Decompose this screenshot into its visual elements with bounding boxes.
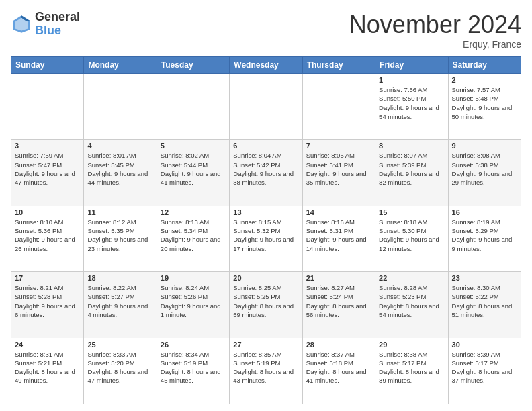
logo: General Blue (11, 11, 80, 38)
day-info: Sunrise: 8:16 AM Sunset: 5:31 PM Dayligh… (306, 218, 371, 253)
day-cell: 14Sunrise: 8:16 AM Sunset: 5:31 PM Dayli… (302, 205, 375, 271)
day-cell: 13Sunrise: 8:15 AM Sunset: 5:32 PM Dayli… (230, 205, 302, 271)
day-info: Sunrise: 8:28 AM Sunset: 5:23 PM Dayligh… (379, 283, 444, 319)
day-number: 12 (161, 208, 226, 216)
col-saturday: Saturday (448, 57, 521, 74)
day-cell: 25Sunrise: 8:33 AM Sunset: 5:20 PM Dayli… (84, 338, 157, 404)
day-number: 23 (452, 274, 517, 282)
day-cell (84, 74, 157, 140)
day-info: Sunrise: 8:22 AM Sunset: 5:27 PM Dayligh… (87, 283, 152, 319)
day-info: Sunrise: 8:25 AM Sunset: 5:25 PM Dayligh… (233, 283, 298, 319)
day-cell: 19Sunrise: 8:24 AM Sunset: 5:26 PM Dayli… (157, 272, 229, 338)
week-row-3: 17Sunrise: 8:21 AM Sunset: 5:28 PM Dayli… (11, 272, 521, 338)
day-cell: 2Sunrise: 7:57 AM Sunset: 5:48 PM Daylig… (448, 74, 521, 140)
day-cell: 15Sunrise: 8:18 AM Sunset: 5:30 PM Dayli… (375, 205, 448, 271)
day-info: Sunrise: 8:18 AM Sunset: 5:30 PM Dayligh… (379, 218, 444, 253)
day-number: 18 (87, 274, 152, 282)
calendar-header: Sunday Monday Tuesday Wednesday Thursday… (11, 57, 521, 74)
calendar-table: Sunday Monday Tuesday Wednesday Thursday… (11, 56, 521, 404)
day-number: 10 (15, 208, 80, 216)
col-sunday: Sunday (11, 57, 84, 74)
day-cell: 9Sunrise: 8:08 AM Sunset: 5:38 PM Daylig… (448, 140, 521, 205)
day-info: Sunrise: 8:21 AM Sunset: 5:28 PM Dayligh… (15, 283, 80, 319)
day-cell: 17Sunrise: 8:21 AM Sunset: 5:28 PM Dayli… (11, 272, 84, 338)
week-row-0: 1Sunrise: 7:56 AM Sunset: 5:50 PM Daylig… (11, 74, 521, 140)
day-number: 20 (233, 274, 298, 282)
day-number: 4 (87, 142, 152, 150)
day-number: 19 (161, 274, 226, 282)
day-cell: 29Sunrise: 8:38 AM Sunset: 5:17 PM Dayli… (375, 338, 448, 404)
day-number: 21 (306, 274, 371, 282)
day-cell: 22Sunrise: 8:28 AM Sunset: 5:23 PM Dayli… (375, 272, 448, 338)
day-cell: 26Sunrise: 8:34 AM Sunset: 5:19 PM Dayli… (157, 338, 229, 404)
day-info: Sunrise: 8:04 AM Sunset: 5:42 PM Dayligh… (233, 151, 298, 187)
day-cell (230, 74, 302, 140)
day-number: 25 (87, 340, 152, 349)
day-info: Sunrise: 8:10 AM Sunset: 5:36 PM Dayligh… (15, 218, 80, 253)
day-info: Sunrise: 7:59 AM Sunset: 5:47 PM Dayligh… (15, 151, 80, 187)
col-tuesday: Tuesday (157, 57, 229, 74)
day-info: Sunrise: 8:24 AM Sunset: 5:26 PM Dayligh… (161, 283, 226, 319)
day-number: 14 (306, 208, 371, 216)
day-info: Sunrise: 8:13 AM Sunset: 5:34 PM Dayligh… (161, 218, 226, 253)
day-info: Sunrise: 8:02 AM Sunset: 5:44 PM Dayligh… (161, 151, 226, 187)
day-number: 16 (452, 208, 517, 216)
day-info: Sunrise: 8:15 AM Sunset: 5:32 PM Dayligh… (233, 218, 298, 253)
day-cell: 16Sunrise: 8:19 AM Sunset: 5:29 PM Dayli… (448, 205, 521, 271)
page: General Blue November 2024 Erquy, France… (0, 0, 532, 411)
day-info: Sunrise: 8:34 AM Sunset: 5:19 PM Dayligh… (161, 350, 226, 385)
day-info: Sunrise: 8:27 AM Sunset: 5:24 PM Dayligh… (306, 283, 371, 319)
day-cell: 21Sunrise: 8:27 AM Sunset: 5:24 PM Dayli… (302, 272, 375, 338)
day-cell: 8Sunrise: 8:07 AM Sunset: 5:39 PM Daylig… (375, 140, 448, 205)
day-info: Sunrise: 8:12 AM Sunset: 5:35 PM Dayligh… (87, 218, 152, 253)
day-info: Sunrise: 8:35 AM Sunset: 5:19 PM Dayligh… (233, 350, 298, 385)
day-info: Sunrise: 8:30 AM Sunset: 5:22 PM Dayligh… (452, 283, 517, 319)
day-cell (11, 74, 84, 140)
day-number: 17 (15, 274, 80, 282)
day-info: Sunrise: 8:19 AM Sunset: 5:29 PM Dayligh… (452, 218, 517, 253)
col-wednesday: Wednesday (230, 57, 302, 74)
title-section: November 2024 Erquy, France (349, 11, 521, 50)
day-cell: 20Sunrise: 8:25 AM Sunset: 5:25 PM Dayli… (230, 272, 302, 338)
day-cell: 30Sunrise: 8:39 AM Sunset: 5:17 PM Dayli… (448, 338, 521, 404)
logo-blue-text: Blue (35, 24, 80, 38)
day-info: Sunrise: 8:39 AM Sunset: 5:17 PM Dayligh… (452, 350, 517, 385)
day-info: Sunrise: 7:56 AM Sunset: 5:50 PM Dayligh… (379, 85, 444, 121)
day-cell: 7Sunrise: 8:05 AM Sunset: 5:41 PM Daylig… (302, 140, 375, 205)
day-number: 11 (87, 208, 152, 216)
day-info: Sunrise: 8:33 AM Sunset: 5:20 PM Dayligh… (87, 350, 152, 385)
day-number: 5 (161, 142, 226, 150)
col-monday: Monday (84, 57, 157, 74)
day-cell (302, 74, 375, 140)
day-cell (157, 74, 229, 140)
day-number: 30 (452, 340, 517, 349)
day-number: 2 (452, 76, 517, 84)
week-row-1: 3Sunrise: 7:59 AM Sunset: 5:47 PM Daylig… (11, 140, 521, 205)
day-cell: 6Sunrise: 8:04 AM Sunset: 5:42 PM Daylig… (230, 140, 302, 205)
day-number: 27 (233, 340, 298, 349)
day-info: Sunrise: 8:07 AM Sunset: 5:39 PM Dayligh… (379, 151, 444, 187)
week-row-4: 24Sunrise: 8:31 AM Sunset: 5:21 PM Dayli… (11, 338, 521, 404)
day-cell: 3Sunrise: 7:59 AM Sunset: 5:47 PM Daylig… (11, 140, 84, 205)
day-cell: 27Sunrise: 8:35 AM Sunset: 5:19 PM Dayli… (230, 338, 302, 404)
day-info: Sunrise: 7:57 AM Sunset: 5:48 PM Dayligh… (452, 85, 517, 121)
day-cell: 18Sunrise: 8:22 AM Sunset: 5:27 PM Dayli… (84, 272, 157, 338)
day-cell: 4Sunrise: 8:01 AM Sunset: 5:45 PM Daylig… (84, 140, 157, 205)
day-info: Sunrise: 8:01 AM Sunset: 5:45 PM Dayligh… (87, 151, 152, 187)
day-cell: 5Sunrise: 8:02 AM Sunset: 5:44 PM Daylig… (157, 140, 229, 205)
calendar-body: 1Sunrise: 7:56 AM Sunset: 5:50 PM Daylig… (11, 74, 521, 404)
col-thursday: Thursday (302, 57, 375, 74)
day-number: 28 (306, 340, 371, 349)
day-cell: 12Sunrise: 8:13 AM Sunset: 5:34 PM Dayli… (157, 205, 229, 271)
day-cell: 1Sunrise: 7:56 AM Sunset: 5:50 PM Daylig… (375, 74, 448, 140)
day-info: Sunrise: 8:08 AM Sunset: 5:38 PM Dayligh… (452, 151, 517, 187)
month-title: November 2024 (349, 11, 521, 39)
day-number: 22 (379, 274, 444, 282)
day-number: 3 (15, 142, 80, 150)
header-row: Sunday Monday Tuesday Wednesday Thursday… (11, 57, 521, 74)
day-number: 8 (379, 142, 444, 150)
day-cell: 24Sunrise: 8:31 AM Sunset: 5:21 PM Dayli… (11, 338, 84, 404)
location: Erquy, France (349, 39, 521, 50)
day-info: Sunrise: 8:31 AM Sunset: 5:21 PM Dayligh… (15, 350, 80, 385)
logo-general-text: General (35, 11, 80, 24)
